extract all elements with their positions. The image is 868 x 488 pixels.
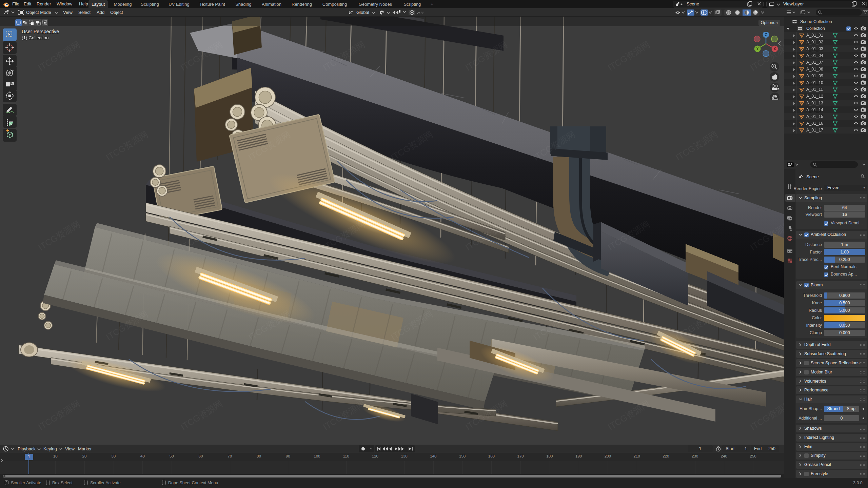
- svg-text:Y: Y: [756, 47, 759, 51]
- svg-text:Z: Z: [765, 33, 767, 37]
- svg-text:X: X: [774, 47, 776, 51]
